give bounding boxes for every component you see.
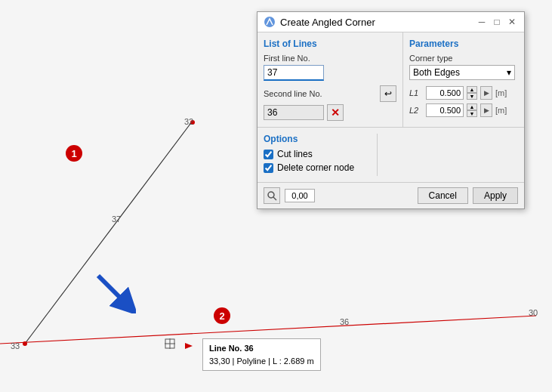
undo-button[interactable]: ↩ <box>380 85 396 102</box>
maximize-button[interactable]: □ <box>491 16 503 28</box>
dialog-create-angled-corner: Create Angled Corner ─ □ ✕ List of Lines… <box>257 11 525 209</box>
corner-type-dropdown[interactable]: Both Edges ▾ <box>409 65 515 80</box>
second-line-label: Second line No. <box>264 89 377 98</box>
l1-arrow-button[interactable]: ▶ <box>480 86 492 100</box>
search-icon <box>267 190 277 201</box>
apply-button[interactable]: Apply <box>473 187 518 204</box>
corner-type-label: Corner type <box>409 54 518 63</box>
list-of-lines-title: List of Lines <box>264 39 396 49</box>
delete-corner-label: Delete corner node <box>277 162 354 173</box>
cut-lines-row: Cut lines <box>264 149 354 159</box>
dialog-titlebar: Create Angled Corner ─ □ ✕ <box>257 12 524 32</box>
svg-point-10 <box>268 192 274 198</box>
parameters-title: Parameters <box>409 39 518 49</box>
l1-label: L1 <box>409 88 423 97</box>
cut-lines-checkbox[interactable] <box>264 150 273 159</box>
direction-arrow <box>94 272 136 313</box>
badge-2: 2 <box>214 307 230 324</box>
line-label-32: 32 <box>184 117 193 126</box>
second-line-row: Second line No. ↩ <box>264 85 396 102</box>
delete-corner-checkbox[interactable] <box>264 163 273 173</box>
blue-arrow <box>94 272 136 316</box>
options-section: Options Cut lines Delete corner node <box>257 127 524 182</box>
delete-corner-row: Delete corner node <box>264 162 354 173</box>
l2-input[interactable] <box>426 103 464 117</box>
clear-second-line-button[interactable]: ✕ <box>327 104 344 121</box>
dialog-left-panel: List of Lines First line No. Second line… <box>257 32 403 127</box>
search-button[interactable] <box>264 187 280 204</box>
l1-increment-button[interactable]: ▲ <box>467 86 477 93</box>
corner-type-section: Corner type Both Edges ▾ <box>409 54 518 80</box>
l2-label: L2 <box>409 106 423 115</box>
tooltip-details: 33,30 | Polyline | L : 2.689 m <box>209 355 314 368</box>
line-label-30: 30 <box>529 308 538 317</box>
l2-spinner: ▲ ▼ <box>467 103 477 117</box>
close-button[interactable]: ✕ <box>506 16 518 28</box>
dialog-footer: 0,00 Cancel Apply <box>257 182 524 208</box>
first-line-label: First line No. <box>264 54 396 63</box>
l1-unit: [m] <box>495 88 507 97</box>
badge-1: 1 <box>66 145 82 162</box>
tooltip-line: Line No. 36 <box>209 342 314 355</box>
l2-row: L2 ▲ ▼ ▶ [m] <box>409 103 518 117</box>
l1-input[interactable] <box>426 86 464 100</box>
dialog-icon <box>264 16 276 28</box>
options-title: Options <box>264 134 354 144</box>
l1-decrement-button[interactable]: ▼ <box>467 93 477 100</box>
line-label-37: 37 <box>112 215 121 224</box>
line-label-36: 36 <box>340 317 349 326</box>
cut-lines-label: Cut lines <box>277 149 313 159</box>
titlebar-controls: ─ □ ✕ <box>476 16 518 28</box>
corner-type-value: Both Edges <box>413 67 460 78</box>
coord-display: 0,00 <box>285 189 315 202</box>
svg-marker-7 <box>185 343 193 349</box>
first-line-input[interactable] <box>264 65 324 81</box>
options-right-empty <box>377 134 518 176</box>
options-row: Options Cut lines Delete corner node <box>264 134 518 176</box>
l2-increment-button[interactable]: ▲ <box>467 103 477 110</box>
svg-line-11 <box>273 197 276 200</box>
dropdown-chevron-icon: ▾ <box>507 67 511 78</box>
options-left: Options Cut lines Delete corner node <box>264 134 354 176</box>
dialog-title: Create Angled Corner <box>280 17 375 28</box>
second-line-input[interactable] <box>264 105 324 120</box>
minimize-button[interactable]: ─ <box>476 16 488 28</box>
titlebar-left: Create Angled Corner <box>264 16 375 28</box>
dialog-body: List of Lines First line No. Second line… <box>257 32 524 127</box>
l2-decrement-button[interactable]: ▼ <box>467 110 477 117</box>
l2-arrow-button[interactable]: ▶ <box>480 103 492 117</box>
l1-row: L1 ▲ ▼ ▶ [m] <box>409 86 518 100</box>
line-label-33: 33 <box>11 341 20 350</box>
cancel-button[interactable]: Cancel <box>418 187 468 204</box>
svg-point-3 <box>23 341 27 346</box>
svg-line-8 <box>98 276 128 306</box>
tooltip-box: Line No. 36 33,30 | Polyline | L : 2.689… <box>202 338 321 371</box>
dialog-right-panel: Parameters Corner type Both Edges ▾ L1 ▲… <box>403 32 524 127</box>
l1-spinner: ▲ ▼ <box>467 86 477 100</box>
l2-unit: [m] <box>495 106 507 115</box>
